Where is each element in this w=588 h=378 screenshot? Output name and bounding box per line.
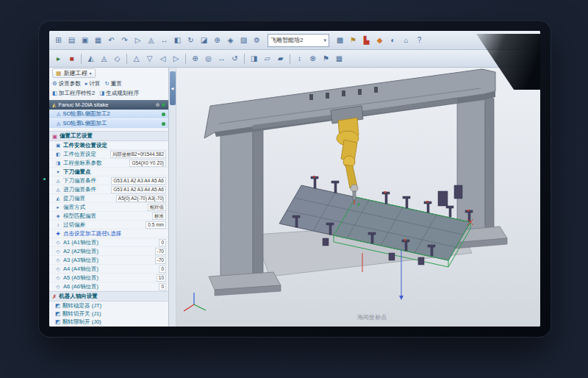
grid-icon[interactable]: ▦	[333, 52, 345, 65]
point-select-icon[interactable]: ◇	[111, 52, 123, 65]
set-params-button[interactable]: ⚙ 设置参数	[52, 80, 81, 88]
measure-icon[interactable]: ↕	[293, 52, 306, 65]
row-axis-a5[interactable]: ◇ A5 (A5轴位置) 10	[49, 274, 168, 282]
property-value[interactable]: A5(0) A2(-70) A3(-70)	[116, 195, 166, 202]
row-axis-a3[interactable]: ◇ A3 (A3轴位置) -70	[49, 256, 168, 265]
row-workpiece-mount[interactable]: ▣ 工件安装位置设定	[49, 141, 168, 150]
section-view-icon[interactable]: ◨	[248, 52, 260, 65]
toggle-label: 翻转稳定器 (JT)	[62, 302, 101, 310]
property-value[interactable]: 标准	[152, 213, 166, 220]
robot-setup-icon[interactable]: ◭	[85, 52, 97, 65]
row-model-match[interactable]: ◈ 模型匹配偏置 标准	[49, 212, 168, 221]
pdf-export-icon[interactable]: ▙	[360, 34, 373, 46]
shaded-icon[interactable]: ▰	[274, 52, 287, 65]
fillet-icon[interactable]: ◪	[198, 34, 210, 46]
row-plunge-condition[interactable]: ◬ 下刀偏置条件 G53 A1 A2 A3 A4 A5 A6	[49, 176, 168, 185]
settings-icon[interactable]: ⚙	[251, 34, 263, 46]
new-project-button[interactable]: ▦ 新建工程 ▾	[52, 68, 96, 78]
tree-item-robot[interactable]: ◭ Fanuc M-20iA sitake	[49, 100, 168, 110]
process-program-button[interactable]: ◧ 加工程序特性2	[52, 90, 95, 97]
tree-item-profile-milling-2[interactable]: ◬ SO轮廓L侧面加工2	[49, 110, 168, 119]
undo-icon[interactable]: ↶	[105, 34, 118, 46]
property-value[interactable]: 10	[157, 274, 166, 282]
row-plunge-offset[interactable]: ▾ 下刀偏置点	[49, 168, 168, 176]
row-path-select-link[interactable]: ✚ 点击设定加工路径L选择	[49, 229, 168, 238]
view-back-icon[interactable]: ▽	[143, 52, 156, 65]
new-file-icon[interactable]: ⊞	[52, 34, 65, 46]
toolbar-icon-glyph: ▸	[57, 54, 60, 63]
reset-button[interactable]: ↻ 重置	[105, 80, 122, 88]
zoom-in-icon[interactable]: ⊕	[189, 52, 201, 65]
save-icon[interactable]: ▣	[79, 34, 91, 46]
render-icon[interactable]: ▩	[334, 34, 346, 46]
revolve-icon[interactable]: ↻	[184, 34, 197, 46]
sketch-icon[interactable]: ◬	[145, 34, 157, 46]
stop-icon[interactable]: ■	[65, 52, 78, 65]
property-value[interactable]: 局部坐标B2+0f1544.582	[110, 151, 166, 158]
property-value[interactable]: G54(X0 Y0 Z0)	[129, 160, 166, 167]
property-value[interactable]: 0	[159, 283, 166, 290]
calculate-button[interactable]: ▸ 计算	[85, 80, 101, 88]
property-value[interactable]: G53 A1 A2 A3 A4 A5 A6	[111, 186, 166, 193]
dimension-icon[interactable]: ↔	[158, 34, 171, 46]
help-icon[interactable]: ?	[413, 34, 426, 46]
home-view-icon[interactable]: ⌂	[400, 34, 412, 46]
toggle-flip-limit[interactable]: ◩ 翻转限制开 (J0)	[49, 318, 168, 326]
row-axis-a1[interactable]: ◇ A1 (A1轴位置) 0	[49, 238, 168, 247]
row-retract-offset[interactable]: ◭ 提刀偏置 A5(0) A2(-70) A3(-70)	[49, 194, 168, 203]
tree-item-profile-milling[interactable]: ◬ SO轮廓L侧面加工	[49, 119, 168, 129]
separator	[81, 54, 82, 64]
panel-collapse-tab[interactable]: ◀	[170, 71, 176, 105]
toggle-flip-stabilizer[interactable]: ◩ 翻转稳定器 (JT)	[49, 302, 168, 310]
toolbar-icon-glyph: ▤	[68, 36, 75, 44]
command-button-label: 加工程序特性2	[59, 90, 95, 97]
property-value[interactable]: 0	[159, 265, 166, 273]
row-workpiece-position[interactable]: ◧ 工件位置设定 局部坐标B2+0f1544.582	[49, 150, 168, 159]
rotate-view-icon[interactable]: ↺	[229, 52, 241, 65]
row-axis-a2[interactable]: ◇ A2 (A2轴位置) -70	[49, 247, 168, 256]
open-file-icon[interactable]: ▤	[65, 34, 78, 46]
view-right-icon[interactable]: ▷	[170, 52, 182, 65]
3d-viewport[interactable]: 海间坐标点	[176, 68, 540, 327]
assembly-icon[interactable]: ⊕	[211, 34, 223, 46]
select-icon[interactable]: ▷	[132, 34, 144, 46]
row-feed-condition[interactable]: ◬ 进刀偏置条件 G53 A1 A2 A3 A4 A5 A6	[49, 185, 168, 194]
property-label: 进刀偏置条件	[63, 186, 96, 193]
display-style-icon[interactable]: ◐	[387, 34, 399, 46]
redo-icon[interactable]: ↷	[118, 34, 131, 46]
property-value[interactable]: 0.5 mm	[146, 221, 166, 229]
row-coordinate-system[interactable]: ◨ 工程坐标系参数 G54(X0 Y0 Z0)	[49, 159, 168, 168]
extrude-icon[interactable]: ◧	[171, 34, 184, 46]
configuration-combo[interactable]: 飞雕智能培2 ▾	[268, 34, 329, 47]
print-icon[interactable]: ▦	[92, 34, 104, 46]
generate-program-button[interactable]: ◨ 生成规划程序	[99, 90, 139, 97]
markup-icon[interactable]: ⚑	[347, 34, 359, 46]
property-value[interactable]: -70	[155, 257, 166, 264]
run-icon[interactable]: ▸	[52, 52, 65, 65]
row-axis-a4[interactable]: ◇ A4 (A4轴位置) 0	[49, 265, 168, 274]
zoom-fit-icon[interactable]: ◎	[202, 52, 215, 65]
wireframe-icon[interactable]: ▱	[261, 52, 273, 65]
property-icon: ◨	[55, 160, 61, 166]
row-axis-a6[interactable]: ◇ A6 (A6轴位置) 0	[49, 282, 168, 291]
feature-icon[interactable]: ◈	[224, 34, 237, 46]
toggle-flip-switch[interactable]: ◩ 翻转切开关 (J1)	[49, 310, 168, 318]
row-tolerance[interactable]: ↕ 过切偏差 0.5 mm	[49, 221, 168, 229]
view-front-icon[interactable]: △	[130, 52, 143, 65]
row-offset-mode[interactable]: ▸ 偏置方式 相对值	[49, 203, 168, 212]
property-value[interactable]: 0	[159, 239, 166, 246]
view-left-icon[interactable]: ◁	[157, 52, 169, 65]
mate-icon[interactable]: ⊗	[306, 52, 319, 65]
property-value[interactable]: G53 A1 A2 A3 A4 A5 A6	[111, 177, 166, 185]
checkbox-icon: ◩	[55, 302, 60, 309]
property-value[interactable]: 相对值	[148, 204, 167, 211]
flag-icon[interactable]: ⚑	[320, 52, 332, 65]
simulation-icon[interactable]: ◆	[373, 34, 386, 46]
toolbar-icon-glyph: ■	[69, 54, 74, 63]
pan-icon[interactable]: ↔	[215, 52, 228, 65]
pattern-icon[interactable]: ▨	[237, 34, 250, 46]
path-edit-icon[interactable]: ◬	[98, 52, 110, 65]
property-value[interactable]: -70	[155, 248, 166, 255]
property-icon: ◧	[55, 151, 61, 157]
property-label: 偏置方式	[63, 204, 85, 211]
